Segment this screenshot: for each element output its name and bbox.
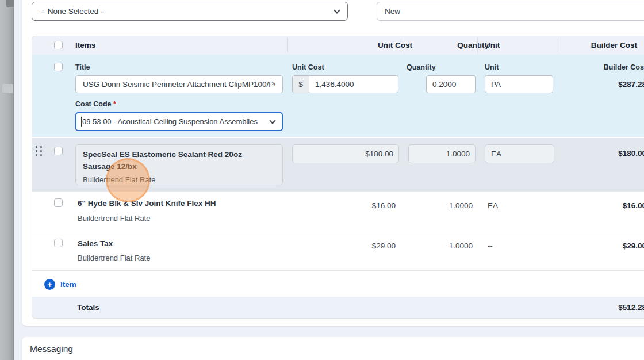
cost-code-value: 09 53 00 - Acoustical Ceiling Suspension… [82,117,258,126]
messaging-section-title: Messaging [30,344,73,354]
unit-label: Unit [485,63,499,71]
item-subtitle: Buildertrend Flat Rate [78,254,150,262]
column-divider [288,38,288,52]
cost-code-label: Cost Code * [75,100,116,108]
item-title: SpecSeal ES Elastomeric Sealant Red 20oz… [83,148,275,173]
header-quantity: Quantity [457,41,489,49]
currency-prefix: $ [293,76,309,93]
row-unit: EA [488,201,498,210]
unit-cost-readonly: $180.00 [292,144,399,163]
item-title: Sales Tax [78,239,113,248]
quantity-value: 0.2000 [432,80,456,89]
title-input[interactable] [75,75,283,93]
add-item-button[interactable]: + Item [44,279,76,290]
unit-readonly: EA [485,144,554,163]
item-subtitle: Buildertrend Flat Rate [78,214,150,223]
item-row[interactable] [32,192,644,231]
title-label: Title [75,63,90,71]
totals-builder-cost: $512.28 [618,303,644,312]
edit-row-builder-cost: $287.28 [618,80,644,89]
page-edge-backdrop [0,0,14,360]
row-checkbox[interactable] [54,239,63,247]
header-unit-cost: Unit Cost [378,41,412,49]
cost-code-filter-value: -- None Selected -- [40,7,106,16]
row-checkbox[interactable] [54,198,63,207]
drag-handle-icon[interactable] [36,146,43,156]
unit-cost-value: 1,436.4000 [309,76,398,93]
edit-row-checkbox[interactable] [54,63,63,71]
item-title-box[interactable]: SpecSeal ES Elastomeric Sealant Red 20oz… [75,144,283,185]
item-row[interactable] [32,231,644,271]
items-editor-screen: -- None Selected -- New Items Unit Cost … [0,0,644,360]
totals-row [32,297,644,319]
row-builder-cost: $180.00 [618,149,644,158]
cost-code-select[interactable]: 09 53 00 - Acoustical Ceiling Suspension… [75,112,283,131]
row-quantity: 1.0000 [449,242,473,250]
unit-cost-label: Unit Cost [292,63,324,71]
add-item-label: Item [60,280,76,289]
status-value: New [385,7,400,16]
totals-label: Totals [77,303,99,312]
column-divider [557,38,557,52]
select-all-checkbox[interactable] [54,41,63,49]
unit-value: PA [491,80,501,89]
header-builder-cost: Builder Cost [591,41,637,49]
row-unit: -- [488,242,493,250]
quantity-label: Quantity [407,63,436,71]
item-subtitle: Buildertrend Flat Rate [83,175,275,184]
row-quantity: 1.0000 [449,201,473,210]
plus-icon: + [44,279,55,290]
quantity-input[interactable]: 0.2000 [426,75,476,93]
row-checkbox[interactable] [54,147,63,155]
header-unit: Unit [485,41,500,49]
header-items: Items [75,41,95,49]
item-title: 6" Hyde Blk & Slv Joint Knife Flex HH [78,199,216,208]
column-divider [477,38,478,52]
required-asterisk: * [113,100,116,108]
row-unit-cost: $29.00 [372,242,396,250]
messaging-card [22,337,644,360]
row-builder-cost: $16.00 [623,201,644,210]
cost-code-filter-select[interactable]: -- None Selected -- [32,2,348,21]
column-divider [401,38,401,52]
row-builder-cost: $29.00 [623,242,644,250]
add-item-row [32,271,644,297]
status-field[interactable]: New [377,2,644,21]
row-unit-cost: $16.00 [372,201,396,210]
backdrop-artifact [6,0,14,7]
unit-input[interactable]: PA [485,75,553,93]
chevron-down-icon [269,117,275,124]
chevron-down-icon [334,7,340,13]
builder-cost-label: Builder Cost [604,63,644,71]
quantity-readonly: 1.0000 [408,144,476,163]
items-table-header: Items Unit Cost Quantity Unit Builder Co… [32,36,644,55]
text-caret [81,117,82,127]
unit-cost-input[interactable]: $ 1,436.4000 [292,75,398,93]
backdrop-artifact [2,84,13,93]
